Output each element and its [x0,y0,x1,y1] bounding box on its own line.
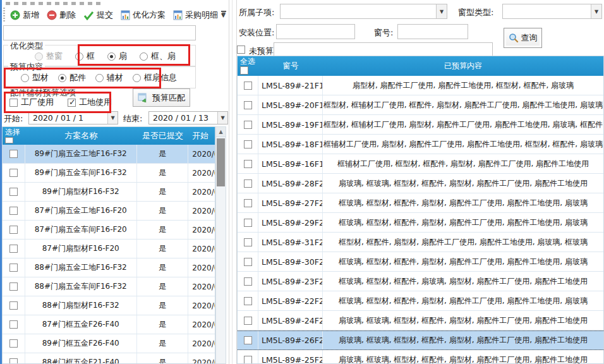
plan-row[interactable]: 89#门扇五金工地F16-F32是2020/0 [3,145,215,164]
plan-row[interactable]: 89#门扇五金车间F16-F32是2020/0 [3,164,215,183]
submit-button[interactable]: 提交 [82,8,115,22]
radio-icon[interactable] [133,74,141,82]
row-checkbox[interactable] [9,264,18,272]
window-row[interactable]: LM5L-89#-31F29框型材, 框配件, 扇型材, 扇配件工厂使用, 扇配… [238,233,603,252]
window-row[interactable]: LM5L-89#-30F28框玻璃, 框型材, 框配件, 扇型材, 扇配件工厂使… [238,252,603,272]
add-button[interactable]: 新增 [8,8,41,22]
window-row[interactable]: LM5L-89#-26F24扇玻璃, 框玻璃, 框型材, 框配件, 扇型材, 扇… [238,331,603,350]
row-checkbox[interactable] [9,169,18,177]
window-row[interactable]: LM5L-89#-20F18框型材, 框辅材工厂使用, 框配件, 扇型材, 扇配… [238,95,603,115]
radio-icon[interactable] [95,74,104,82]
window-row[interactable]: LM5L-89#-21F19扇型材, 扇配件工厂使用, 扇配件工地使用, 框型材… [238,76,603,95]
toolbar-overflow-button[interactable]: ▼ [219,9,228,20]
radio-option[interactable]: 框 [75,51,95,62]
plan-filter-input[interactable] [3,25,196,40]
checkbox-option[interactable]: 工地使用 [68,97,112,108]
delete-button[interactable]: 删除 [45,8,78,22]
row-checkbox[interactable] [244,219,252,227]
window-row[interactable]: LM5L-89#-25F23扇玻璃, 框玻璃, 框型材, 框配件, 扇型材, 扇… [238,350,603,364]
row-checkbox[interactable] [9,339,18,348]
install-position-input[interactable] [276,24,355,39]
radio-option[interactable]: 扇 [107,51,127,62]
radio-icon[interactable] [21,74,29,82]
select-all-checkbox[interactable] [240,66,248,75]
checkbox-icon[interactable] [68,99,76,107]
radio-icon[interactable] [58,74,66,82]
row-checkbox[interactable] [9,358,18,364]
optimize-plan-button[interactable]: 优化方案 [119,8,167,22]
plan-row[interactable]: 88#门扇五金车间F16-F32是2020/0 [3,277,215,296]
radio-option[interactable]: 配件 [58,72,86,83]
row-checkbox[interactable] [9,150,18,158]
plan-row[interactable]: 89#门扇型材F16-F32是2020/0 [3,183,215,202]
scroll-up-icon[interactable]: ▲ [216,127,226,137]
row-checkbox[interactable] [9,320,18,329]
window-type-combobox[interactable]: ▼ [502,4,602,19]
checkbox-icon[interactable] [9,99,18,107]
plan-row[interactable]: 87#门扇五金车间F16-F20是2020/0 [3,221,215,240]
row-checkbox[interactable] [244,179,252,188]
scrollbar-thumb[interactable] [217,138,225,186]
plan-row[interactable]: 88#门扇五金工地F16-F32是2020/0 [3,258,215,277]
panel-splitter[interactable] [229,0,237,364]
row-checkbox[interactable] [244,238,252,246]
no-budget-checkbox[interactable] [237,46,245,54]
row-checkbox[interactable] [244,82,252,90]
row-checkbox[interactable] [9,226,18,234]
row-checkbox[interactable] [9,301,18,310]
window-row[interactable]: LM5L-89#-27F25框玻璃, 框型材, 框配件, 扇型材, 扇配件工厂使… [238,193,603,213]
row-checkbox[interactable] [9,188,18,196]
radio-option[interactable]: 框、扇 [140,51,176,62]
window-row[interactable]: LM5L-89#-24F22扇玻璃, 框玻璃, 框型材, 框配件, 扇型材, 扇… [238,311,603,331]
start-date-dropdown-icon[interactable]: ▼ [107,112,118,124]
window-row[interactable]: LM5L-89#-23F21框玻璃, 框型材, 框配件, 扇玻璃, 扇型材, 扇… [238,272,603,291]
query-button[interactable]: 查询 [504,28,542,48]
plan-submitted-column-header[interactable]: 是否已提交 [137,127,189,145]
budget-match-button[interactable]: 预算匹配 [133,88,190,107]
radio-option[interactable]: 框扇信息 [133,72,177,83]
row-checkbox[interactable] [244,317,252,325]
window-no-column-header[interactable]: 窗号 [258,56,323,76]
window-row[interactable]: LM5L-89#-22F20框玻璃, 框型材, 框配件, 扇型材, 扇配件工厂使… [238,291,603,311]
window-row[interactable]: LM5L-89#-28F26扇玻璃, 框玻璃, 框型材, 框配件, 扇型材, 扇… [238,174,603,193]
sub-item-dropdown-icon[interactable]: ▼ [436,4,447,18]
end-date-picker[interactable]: 2020 / 01 / 13 ▼ [148,111,228,124]
window-row[interactable]: LM5L-89#-16F15框辅材工厂使用, 框型材, 框配件, 扇型材, 扇配… [238,154,603,174]
plan-row[interactable]: 88#门框五金F21-F40是2020/0 [3,353,215,364]
plan-start-column-header[interactable]: 开始 [188,127,215,145]
budgeted-content-column-header[interactable]: 已预算内容 [323,56,603,76]
row-checkbox[interactable] [9,245,18,253]
row-checkbox[interactable] [9,282,18,291]
checkbox-option[interactable]: 工厂使用 [9,97,54,108]
row-checkbox[interactable] [244,297,252,305]
row-checkbox[interactable] [9,207,18,215]
window-no-input[interactable] [397,24,468,39]
window-row[interactable]: LM5L-89#-18F16框辅材工厂使用, 扇型材, 扇配件工厂使用, 扇配件… [238,135,603,154]
radio-icon[interactable] [140,52,148,61]
plan-row[interactable]: 87#门扇型材F16-F20是2020/0 [3,240,215,258]
row-checkbox[interactable] [244,199,252,207]
row-checkbox[interactable] [244,121,252,129]
plan-name-column-header[interactable]: 方案名称 [25,127,137,145]
plan-select-all-checkbox[interactable] [5,137,13,143]
radio-option[interactable]: 型材 [21,72,49,83]
row-checkbox[interactable] [244,101,252,109]
plan-table-scrollbar[interactable]: ▲ [215,126,226,364]
plan-row[interactable]: 87#门框五金F26-F40是2020/0 [3,315,215,334]
row-checkbox[interactable] [244,160,252,168]
row-checkbox[interactable] [244,336,252,344]
window-row[interactable]: LM5L-89#-29F27框玻璃, 框型材, 框配件, 扇型材, 扇配件工厂使… [238,213,603,233]
row-checkbox[interactable] [244,258,252,266]
plan-row[interactable]: 89#门框五金F26-F40是2020/0 [3,334,215,353]
end-date-dropdown-icon[interactable]: ▼ [217,112,227,124]
radio-icon[interactable] [107,52,116,61]
radio-icon[interactable] [75,52,83,61]
row-checkbox[interactable] [244,140,252,149]
row-checkbox[interactable] [244,277,252,286]
plan-row[interactable]: 88#门扇型材F16-F32是2020/0 [3,296,215,315]
window-row[interactable]: LM5L-89#-19F17框型材, 框辅材工厂使用, 扇型材, 扇配件工厂使用… [238,115,603,135]
row-checkbox[interactable] [244,356,252,364]
sub-item-combobox[interactable]: ▼ [280,4,447,19]
start-date-picker[interactable]: 2020 / 01 / 1 ▼ [28,111,118,124]
plan-row[interactable]: 87#门扇五金工地F16-F20是2020/0 [3,202,215,221]
